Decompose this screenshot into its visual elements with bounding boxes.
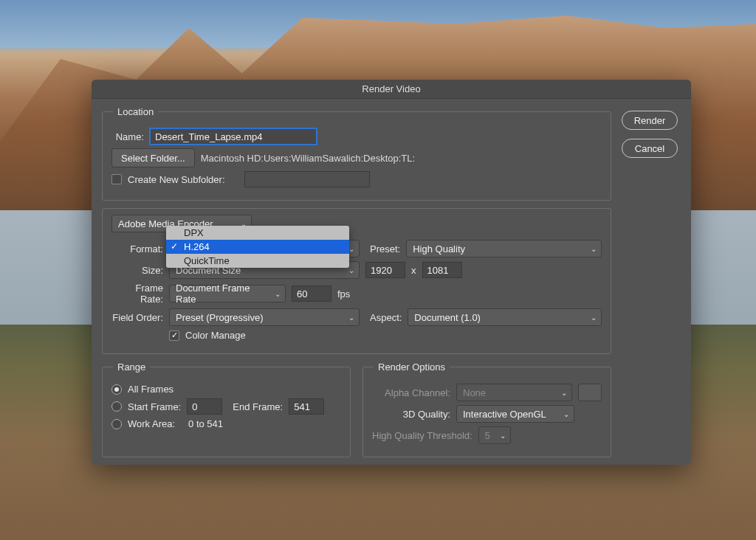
framerate-input[interactable] <box>292 285 331 302</box>
render-video-dialog: Render Video Location Name: Select Folde… <box>92 80 691 465</box>
size-label: Size: <box>111 265 163 276</box>
fps-label: fps <box>337 288 350 300</box>
chevron-down-icon: ⌄ <box>348 266 354 274</box>
encoder-panel: Adobe Media Encoder ⌄ Format: ⌄ Preset: … <box>102 208 611 354</box>
aspect-select[interactable]: Document (1.0) ⌄ <box>408 308 602 326</box>
chevron-down-icon: ⌄ <box>500 432 506 440</box>
format-dropdown-menu: DPX ✓ H.264 QuickTime <box>166 226 349 268</box>
chevron-down-icon: ⌄ <box>563 410 569 418</box>
fieldorder-label: Field Order: <box>111 312 163 323</box>
create-subfolder-checkbox[interactable] <box>111 174 122 184</box>
dialog-buttons: Render Cancel <box>622 106 681 465</box>
framerate-label: Frame Rate: <box>111 283 163 305</box>
work-area-radio[interactable] <box>111 419 122 429</box>
location-panel: Location Name: Select Folder... Macintos… <box>102 106 611 201</box>
height-input[interactable] <box>422 262 462 278</box>
location-legend: Location <box>113 106 158 117</box>
chevron-down-icon: ⌄ <box>561 389 567 397</box>
chevron-down-icon: ⌄ <box>348 314 354 322</box>
threshold-select: 5 ⌄ <box>478 426 511 444</box>
aspect-label: Aspect: <box>370 312 402 323</box>
alpha-swatch <box>578 384 602 401</box>
all-frames-radio[interactable] <box>111 384 122 395</box>
threshold-label: High Quality Threshold: <box>372 430 472 441</box>
end-frame-label: End Frame: <box>233 401 283 412</box>
chevron-down-icon: ⌄ <box>348 245 354 253</box>
range-panel: Range All Frames Start Frame: End Frame: <box>102 361 351 457</box>
preset-label: Preset: <box>370 243 400 255</box>
quality-label: 3D Quality: <box>372 409 450 420</box>
width-input[interactable] <box>365 262 405 278</box>
cancel-button[interactable]: Cancel <box>622 139 678 158</box>
render-button[interactable]: Render <box>622 111 678 130</box>
work-area-value: 0 to 541 <box>188 418 223 429</box>
all-frames-label: All Frames <box>128 384 173 395</box>
work-area-label: Work Area: <box>128 418 175 429</box>
path-text: Macintosh HD:Users:WilliamSawalich:Deskt… <box>201 153 415 164</box>
chevron-down-icon: ⌄ <box>591 314 597 322</box>
alpha-label: Alpha Channel: <box>372 387 450 398</box>
format-label: Format: <box>111 243 163 255</box>
x-label: x <box>411 265 416 276</box>
framerate-mode-select[interactable]: Document Frame Rate ⌄ <box>169 285 286 302</box>
start-frame-input[interactable] <box>187 398 222 415</box>
format-option-h264[interactable]: ✓ H.264 <box>166 240 349 254</box>
color-manage-label: Color Manage <box>185 330 246 341</box>
start-frame-label: Start Frame: <box>128 401 181 412</box>
alpha-select: None ⌄ <box>456 384 572 401</box>
color-manage-checkbox[interactable] <box>169 330 179 341</box>
render-options-legend: Render Options <box>374 361 450 373</box>
range-legend: Range <box>113 361 150 373</box>
quality-select[interactable]: Interactive OpenGL ⌄ <box>456 405 574 423</box>
fieldorder-select[interactable]: Preset (Progressive) ⌄ <box>169 308 360 326</box>
render-options-panel: Render Options Alpha Channel: None ⌄ 3D … <box>362 361 611 457</box>
create-subfolder-label: Create New Subfolder: <box>128 174 225 185</box>
format-option-quicktime[interactable]: QuickTime <box>166 254 349 268</box>
chevron-down-icon: ⌄ <box>591 245 597 253</box>
check-icon: ✓ <box>171 240 178 254</box>
select-folder-button[interactable]: Select Folder... <box>111 148 195 167</box>
dialog-title: Render Video <box>92 80 691 99</box>
name-input[interactable] <box>150 128 317 145</box>
name-label: Name: <box>111 131 144 142</box>
start-frame-radio[interactable] <box>111 401 122 412</box>
subfolder-name-input[interactable] <box>244 171 370 187</box>
format-option-dpx[interactable]: DPX <box>166 226 349 240</box>
end-frame-input[interactable] <box>289 398 324 415</box>
preset-select[interactable]: High Quality ⌄ <box>406 240 602 257</box>
chevron-down-icon: ⌄ <box>275 290 281 298</box>
